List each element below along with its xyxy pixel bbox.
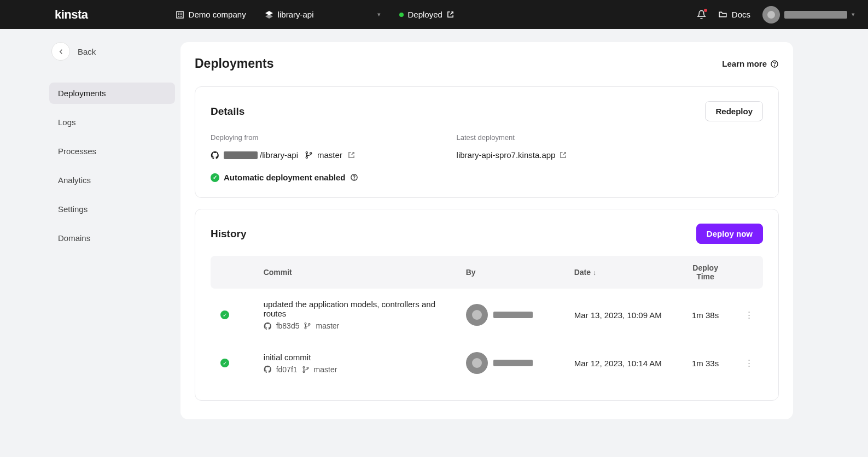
svg-point-16 xyxy=(305,323,307,324)
user-name-redacted xyxy=(784,11,847,19)
github-icon xyxy=(264,322,272,330)
svg-rect-0 xyxy=(177,11,183,18)
latest-deployment-label: Latest deployment xyxy=(457,133,567,142)
row-actions-menu[interactable]: ⋮ xyxy=(735,289,763,341)
table-row[interactable]: ✓ initial commit fd07f1 master Mar 12, 2… xyxy=(211,341,763,385)
avatar xyxy=(466,352,488,374)
deployment-status[interactable]: Deployed xyxy=(399,10,454,19)
deploy-time: 1m 33s xyxy=(675,341,735,385)
status-text: Deployed xyxy=(408,10,442,19)
github-icon xyxy=(211,151,219,160)
learn-more-link[interactable]: Learn more xyxy=(722,59,779,68)
auto-deploy-status: ✓ Automatic deployment enabled xyxy=(211,173,358,182)
deploy-date: Mar 12, 2023, 10:14 AM xyxy=(564,341,676,385)
redeploy-button[interactable]: Redeploy xyxy=(705,101,763,121)
avatar xyxy=(762,6,780,24)
col-date[interactable]: Date↓ xyxy=(564,256,676,289)
commit-branch: master xyxy=(316,321,339,330)
status-dot-icon xyxy=(399,13,404,17)
sidebar: Back Deployments Logs Processes Analytic… xyxy=(49,42,175,249)
app-switcher[interactable]: library-api xyxy=(265,10,314,19)
deploy-now-button[interactable]: Deploy now xyxy=(696,224,763,244)
sidebar-item-logs[interactable]: Logs xyxy=(49,112,175,133)
folder-icon xyxy=(718,10,727,19)
col-commit[interactable]: Commit xyxy=(254,256,456,289)
building-icon xyxy=(176,10,184,19)
details-title: Details xyxy=(211,106,244,118)
back-button[interactable] xyxy=(51,42,70,61)
branch-name: master xyxy=(317,150,342,160)
svg-marker-8 xyxy=(265,14,273,19)
svg-point-17 xyxy=(305,327,307,329)
row-actions-menu[interactable]: ⋮ xyxy=(735,341,763,385)
docs-label: Docs xyxy=(732,10,750,19)
notifications-button[interactable] xyxy=(697,10,706,19)
main-panel: Deployments Learn more Details Redeploy … xyxy=(180,42,793,419)
table-row[interactable]: ✓ updated the application models, contro… xyxy=(211,289,763,341)
commit-hash: fb83d5 xyxy=(276,321,300,330)
svg-point-10 xyxy=(774,65,774,66)
details-card: Details Redeploy Deploying from /library… xyxy=(195,86,779,198)
deploy-time: 1m 38s xyxy=(675,289,735,341)
company-name: Demo company xyxy=(189,10,246,19)
col-by[interactable]: By xyxy=(456,256,564,289)
svg-point-21 xyxy=(307,367,308,368)
sidebar-item-analytics[interactable]: Analytics xyxy=(49,169,175,191)
commit-branch: master xyxy=(314,365,337,374)
commit-message: updated the application models, controll… xyxy=(264,300,446,318)
repo-owner-redacted xyxy=(224,151,258,159)
git-branch-icon xyxy=(305,151,313,159)
author-name-redacted xyxy=(493,360,533,366)
chevron-down-icon[interactable]: ▾ xyxy=(377,11,381,18)
repo-suffix: /library-api xyxy=(260,150,298,160)
docs-link[interactable]: Docs xyxy=(718,10,750,19)
svg-point-19 xyxy=(303,366,305,368)
sidebar-item-deployments[interactable]: Deployments xyxy=(49,83,175,104)
arrow-left-icon xyxy=(57,48,65,56)
svg-point-18 xyxy=(309,324,311,325)
git-branch-icon xyxy=(302,366,310,373)
col-actions xyxy=(735,256,763,289)
external-link-icon xyxy=(560,151,567,159)
check-circle-icon: ✓ xyxy=(220,310,229,319)
history-card: History Deploy now Commit By Date↓ Deplo… xyxy=(195,209,779,401)
col-deploy-time[interactable]: Deploy Time xyxy=(675,256,735,289)
history-table: Commit By Date↓ Deploy Time ✓ updated th… xyxy=(211,256,763,385)
deploy-date: Mar 13, 2023, 10:09 AM xyxy=(564,289,676,341)
layers-icon xyxy=(265,10,273,19)
sidebar-item-settings[interactable]: Settings xyxy=(49,198,175,220)
git-branch-icon xyxy=(304,322,311,330)
check-circle-icon: ✓ xyxy=(220,359,229,367)
app-name: library-api xyxy=(278,10,314,19)
chevron-down-icon: ▾ xyxy=(852,11,855,18)
commit-hash: fd07f1 xyxy=(276,365,298,374)
check-circle-icon: ✓ xyxy=(211,173,219,182)
sidebar-item-domains[interactable]: Domains xyxy=(49,227,175,249)
help-circle-icon xyxy=(770,60,779,68)
commit-message: initial commit xyxy=(264,353,446,362)
external-link-icon xyxy=(447,11,454,18)
svg-point-15 xyxy=(354,179,354,179)
deploy-author xyxy=(466,304,555,326)
deploying-from-label: Deploying from xyxy=(211,133,358,142)
svg-point-11 xyxy=(306,152,307,154)
latest-deployment-url[interactable]: library-api-spro7.kinsta.app xyxy=(457,150,567,160)
svg-point-20 xyxy=(303,371,305,372)
company-switcher[interactable]: Demo company xyxy=(176,10,246,19)
back-label: Back xyxy=(78,47,96,56)
sort-desc-icon: ↓ xyxy=(593,269,596,277)
repo-link[interactable]: /library-api master xyxy=(211,150,358,160)
col-status xyxy=(211,256,254,289)
svg-point-12 xyxy=(306,156,307,158)
help-circle-icon[interactable] xyxy=(350,173,358,181)
author-name-redacted xyxy=(493,312,533,318)
user-menu[interactable]: ▾ xyxy=(762,6,855,24)
deploy-author xyxy=(466,352,555,374)
external-link-icon xyxy=(348,151,355,159)
page-title: Deployments xyxy=(195,56,273,71)
top-bar: kinsta Demo company library-api ▾ Deploy… xyxy=(0,0,868,29)
github-icon xyxy=(264,365,272,373)
sidebar-item-processes[interactable]: Processes xyxy=(49,140,175,162)
avatar xyxy=(466,304,488,326)
kinsta-logo[interactable]: kinsta xyxy=(55,8,88,22)
